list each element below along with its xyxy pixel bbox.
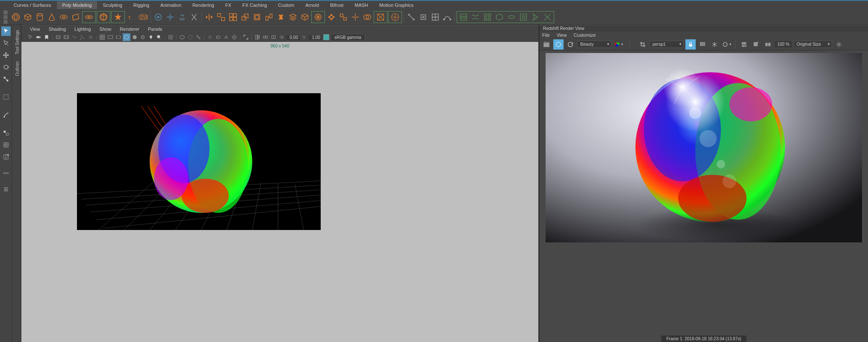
separate-icon[interactable] <box>227 12 239 23</box>
snap-icon[interactable] <box>165 12 176 23</box>
gamma-icon[interactable] <box>300 33 308 41</box>
mirror-icon[interactable] <box>204 12 215 23</box>
viewport-menu-panels[interactable]: Panels <box>148 27 162 32</box>
motion-blur-icon[interactable] <box>214 33 222 41</box>
dolly-icon[interactable] <box>87 33 94 41</box>
textured-icon[interactable] <box>139 33 147 41</box>
dof-icon[interactable] <box>230 33 238 41</box>
image-plane-icon[interactable] <box>54 33 62 41</box>
shelf-tab-fx[interactable]: FX <box>220 1 236 9</box>
shelf-tab-fx-caching[interactable]: FX Caching <box>237 1 272 9</box>
marquee-tool[interactable] <box>1 92 11 102</box>
stereo-icon[interactable] <box>262 33 269 41</box>
svg-icon[interactable]: SVG <box>138 12 149 23</box>
torus-icon[interactable] <box>58 12 69 23</box>
grid-icon[interactable] <box>98 33 106 41</box>
add-snapshot-icon[interactable]: + <box>751 39 761 50</box>
multicut-icon[interactable] <box>406 12 417 23</box>
viewport-canvas-area[interactable]: 960 x 540 <box>21 42 538 342</box>
shelf-tab-custom[interactable]: Custom <box>273 1 299 9</box>
viewport-menu-view[interactable]: View <box>30 27 40 32</box>
circularize-icon[interactable] <box>313 12 324 23</box>
triangulate-icon[interactable] <box>375 12 386 23</box>
brush-tool[interactable] <box>1 110 11 120</box>
snap-minus-tool[interactable] <box>1 168 11 178</box>
save-image-icon[interactable] <box>739 39 749 50</box>
viewport-menu-show[interactable]: Show <box>100 27 112 32</box>
freeze-icon[interactable] <box>709 39 720 50</box>
refresh-icon[interactable] <box>565 39 576 50</box>
circle-icon[interactable]: ▾ <box>721 39 732 50</box>
shelf-toggle-stack[interactable] <box>3 10 8 24</box>
viewport-menu-shading[interactable]: Shading <box>49 27 66 32</box>
bridge-icon[interactable] <box>263 12 275 23</box>
render-slate-icon[interactable] <box>541 39 552 50</box>
select-constraint-icon[interactable] <box>518 12 529 23</box>
shelf-tab-poly-modeling[interactable]: Poly Modeling <box>57 1 97 9</box>
viewport-canvas[interactable] <box>77 93 321 230</box>
shelf-tab-rendering[interactable]: Rendering <box>187 1 219 9</box>
lights-icon[interactable] <box>147 33 155 41</box>
gamma-value[interactable]: 1.00 <box>308 35 322 40</box>
select-camera-icon[interactable] <box>27 33 34 41</box>
star-icon[interactable] <box>112 12 124 23</box>
size-dropdown[interactable]: Original Size <box>794 41 832 48</box>
shaded-icon[interactable] <box>131 33 139 41</box>
render-canvas[interactable] <box>546 53 862 242</box>
side-tab-tool-settings[interactable]: Tool Settings <box>12 27 21 58</box>
film-gate-icon[interactable] <box>62 33 70 41</box>
crop-icon[interactable] <box>638 39 648 50</box>
wireframe-icon[interactable] <box>123 33 130 41</box>
grow-selection-icon[interactable] <box>458 12 469 23</box>
render-button[interactable] <box>553 39 564 50</box>
rgb-channels-icon[interactable]: ▾ <box>613 39 623 50</box>
select-ring-icon[interactable] <box>482 12 493 23</box>
tumble-icon[interactable] <box>79 33 86 41</box>
coords-icon[interactable]: +x0,0 <box>177 12 188 23</box>
disc-icon[interactable] <box>83 12 94 23</box>
list-tool[interactable] <box>1 185 11 194</box>
convert-selection-icon[interactable] <box>506 12 517 23</box>
cube-icon[interactable] <box>22 12 33 23</box>
extrude-icon[interactable] <box>239 12 251 23</box>
connect-icon[interactable] <box>430 12 441 23</box>
settings-icon[interactable] <box>834 39 844 50</box>
combine-icon[interactable] <box>216 12 227 23</box>
shelf-tab-motion-graphics[interactable]: Motion Graphics <box>374 1 419 9</box>
view-icon[interactable] <box>270 33 278 41</box>
snapshots-icon[interactable] <box>697 39 708 50</box>
select-similar-icon[interactable] <box>542 12 553 23</box>
align-icon[interactable] <box>189 12 200 23</box>
render-menu-view[interactable]: View <box>557 32 567 38</box>
side-tab-outliner[interactable]: Outliner <box>12 58 21 80</box>
smooth-icon[interactable] <box>299 12 310 23</box>
shelf-tab-animation[interactable]: Animation <box>155 1 186 9</box>
viewport-menu-lighting[interactable]: Lighting <box>74 27 91 32</box>
select-loop-icon[interactable] <box>494 12 505 23</box>
shelf-tab-sculpting[interactable]: Sculpting <box>98 1 127 9</box>
type-icon[interactable]: T <box>126 12 137 23</box>
aov-dropdown[interactable]: Beauty <box>577 41 611 48</box>
camera-icon[interactable] <box>35 33 42 41</box>
bevel-icon[interactable] <box>251 12 263 23</box>
colmgmt-icon[interactable] <box>322 33 330 41</box>
zoom-value[interactable]: 100 % <box>775 41 792 47</box>
append-icon[interactable] <box>287 12 298 23</box>
gate-mask-icon[interactable] <box>115 33 122 41</box>
sphere-icon[interactable] <box>10 12 21 23</box>
collapse-icon[interactable] <box>326 12 337 23</box>
platonic-icon[interactable] <box>98 12 109 23</box>
camera-dropdown[interactable]: persp1 <box>650 41 684 48</box>
lasso-tool[interactable] <box>1 38 11 48</box>
aa-icon[interactable] <box>222 33 230 41</box>
ao-icon[interactable] <box>206 33 214 41</box>
track-icon[interactable] <box>71 33 78 41</box>
cone-icon[interactable] <box>46 12 57 23</box>
expand-icon[interactable] <box>242 33 250 41</box>
wire-on-shaded-icon[interactable] <box>178 33 186 41</box>
xray-joints-icon[interactable] <box>195 33 202 41</box>
snap-grid-plus-tool[interactable]: + <box>1 152 11 162</box>
rotate-tool[interactable] <box>1 62 11 72</box>
boolean-icon[interactable] <box>362 12 373 23</box>
shelf-tab-mash[interactable]: MASH <box>349 1 373 9</box>
